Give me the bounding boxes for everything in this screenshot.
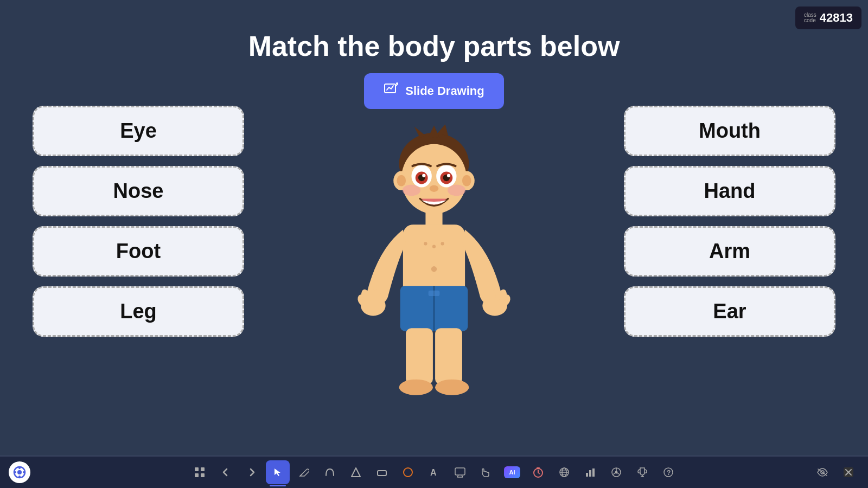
word-card-eye[interactable]: Eye [33,106,244,156]
toolbar-draw[interactable] [292,460,316,484]
word-card-ear[interactable]: Ear [624,286,835,337]
slide-drawing-icon [384,82,399,100]
svg-rect-43 [406,328,433,384]
svg-point-26 [432,245,436,248]
svg-point-50 [18,467,21,469]
svg-point-47 [431,266,437,272]
svg-point-45 [399,380,433,395]
toolbar-close[interactable] [838,461,859,483]
toolbar-right-items [812,461,859,483]
svg-rect-55 [201,467,205,471]
character-figure [342,120,526,413]
svg-rect-61 [378,471,386,476]
svg-point-51 [18,476,21,478]
svg-point-22 [448,184,465,196]
svg-point-49 [17,470,22,474]
svg-text:A: A [430,468,437,477]
svg-text:?: ? [667,469,671,477]
svg-point-20 [430,185,439,191]
left-word-column: Eye Nose Foot Leg [33,106,244,337]
toolbar-eraser[interactable] [370,460,394,484]
svg-rect-23 [425,210,442,226]
page-title: Match the body parts below [0,0,868,73]
toolbar-spinner[interactable] [604,460,628,484]
svg-point-2 [396,82,398,85]
svg-line-71 [538,473,540,474]
toolbar-text-style[interactable]: A [422,460,446,484]
svg-point-85 [615,471,618,474]
toolbar-shape[interactable] [344,460,368,484]
svg-rect-78 [586,473,588,477]
main-content: Eye Nose Foot Leg Slide Drawing [0,73,868,413]
right-word-column: Mouth Hand Arm Ear [624,106,835,337]
toolbar-back[interactable] [214,460,238,484]
toolbar-hand[interactable] [474,460,498,484]
svg-rect-44 [435,328,462,384]
svg-rect-54 [195,467,199,471]
svg-marker-5 [437,124,448,136]
word-card-mouth[interactable]: Mouth [624,106,835,156]
class-code-number: 42813 [820,11,853,25]
svg-point-27 [441,242,444,245]
word-card-foot[interactable]: Foot [33,226,244,277]
toolbar-eye-toggle[interactable] [812,461,833,483]
svg-rect-80 [592,468,595,477]
svg-point-63 [404,468,412,477]
svg-point-46 [435,380,469,395]
svg-point-10 [397,175,406,187]
toolbar-chart[interactable] [578,460,602,484]
svg-rect-57 [201,473,205,477]
svg-marker-4 [429,125,440,138]
svg-rect-79 [589,470,591,477]
toolbar-text-arch[interactable] [318,460,342,484]
class-label-bottom: code [804,18,816,23]
toolbar-circle[interactable] [396,460,420,484]
word-card-nose[interactable]: Nose [33,166,244,216]
toolbar: A AI [0,455,868,488]
svg-marker-58 [275,468,280,476]
svg-point-19 [447,174,450,177]
svg-rect-65 [455,468,465,475]
toolbar-forward[interactable] [240,460,264,484]
word-card-leg[interactable]: Leg [33,286,244,337]
slide-drawing-button[interactable]: Slide Drawing [364,73,503,109]
svg-rect-30 [429,291,440,296]
svg-marker-60 [352,468,360,477]
toolbar-globe[interactable] [552,460,576,484]
toolbar-grid[interactable] [188,460,212,484]
word-card-arm[interactable]: Arm [624,226,835,277]
svg-point-11 [462,175,471,187]
toolbar-present[interactable] [448,460,472,484]
center-area: Slide Drawing [244,73,624,413]
svg-rect-56 [195,473,199,477]
class-code-badge: class code 42813 [795,7,861,29]
toolbar-ai[interactable]: AI [500,460,524,484]
svg-point-53 [23,471,25,473]
svg-point-25 [424,242,427,245]
svg-point-18 [422,174,425,177]
svg-point-21 [403,184,420,196]
toolbar-timer[interactable] [526,460,550,484]
toolbar-cursor[interactable] [266,460,290,484]
svg-point-52 [14,471,16,473]
slide-drawing-label: Slide Drawing [405,84,484,98]
word-card-hand[interactable]: Hand [624,166,835,216]
toolbar-trophy[interactable] [630,460,654,484]
svg-marker-6 [414,126,426,138]
toolbar-help[interactable]: ? [656,460,680,484]
app-logo[interactable] [9,461,30,483]
